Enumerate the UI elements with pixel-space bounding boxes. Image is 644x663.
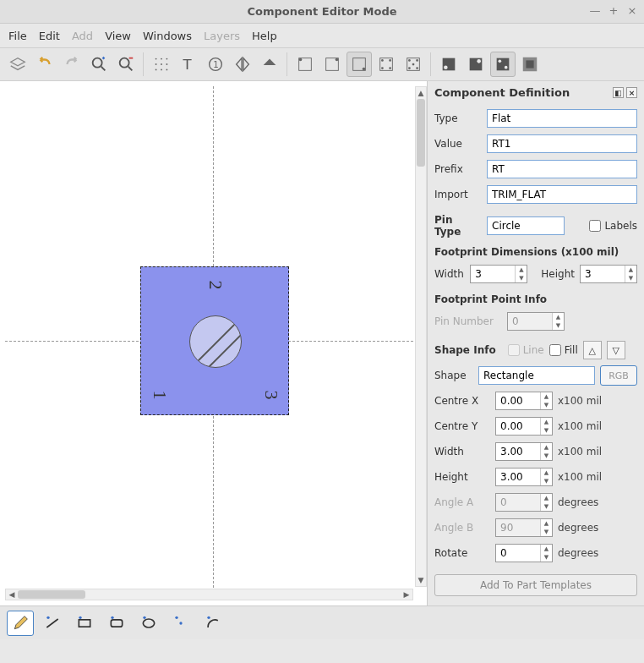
minimize-icon[interactable]: — (588, 3, 602, 17)
zoom-in-icon[interactable] (86, 52, 112, 77)
shape3-icon[interactable] (490, 52, 516, 77)
line-tool-icon[interactable] (39, 611, 66, 636)
pencil-tool-icon[interactable] (7, 611, 34, 636)
pin-number-icon[interactable]: 1 (203, 52, 228, 77)
fd-height-label: Height (541, 268, 575, 280)
rgb-button[interactable]: RGB (600, 365, 637, 386)
menu-add: Add (72, 30, 93, 42)
flip-v-icon[interactable] (257, 52, 282, 77)
unit-label: x100 mil (558, 395, 602, 407)
close-icon[interactable]: × (625, 3, 639, 17)
vertical-scrollbar[interactable]: ▲ ▼ (415, 86, 427, 587)
spin-up-icon[interactable]: ▲ (625, 266, 636, 274)
scroll-up-icon[interactable]: ▲ (416, 87, 426, 99)
centre-y-label: Centre Y (434, 420, 490, 432)
prefix-field[interactable] (487, 160, 637, 178)
ellipse-tool-icon[interactable] (135, 611, 162, 636)
spin-down-icon[interactable]: ▼ (625, 274, 636, 282)
component-center-circle (189, 315, 242, 368)
spin-down-icon[interactable]: ▼ (515, 274, 527, 282)
scroll-right-icon[interactable]: ▶ (401, 589, 412, 600)
flip-h-icon[interactable] (230, 52, 255, 77)
panel-undock-icon[interactable]: ◧ (613, 87, 624, 98)
import-field[interactable] (487, 185, 637, 204)
menu-edit[interactable]: Edit (39, 30, 60, 42)
grid-icon[interactable] (149, 52, 174, 77)
text-icon[interactable]: T (176, 52, 201, 77)
shape-select[interactable]: Rectangle (478, 366, 595, 385)
scroll-left-icon[interactable]: ◀ (6, 589, 18, 600)
angle-a-label: Angle A (434, 496, 490, 508)
shape-label: Shape (434, 370, 473, 381)
unit-label: degrees (558, 522, 598, 534)
rotate-label: Rotate (434, 547, 490, 559)
menu-help[interactable]: Help (252, 30, 277, 42)
scrollbar-thumb[interactable] (417, 99, 425, 167)
scroll-down-icon[interactable]: ▼ (416, 574, 426, 586)
horizontal-scrollbar[interactable]: ◀ ▶ (5, 589, 413, 600)
rotate-field[interactable] (496, 545, 540, 562)
import-label: Import (434, 189, 482, 200)
rect-tool-icon[interactable] (71, 611, 98, 636)
roundrect-tool-icon[interactable] (103, 611, 130, 636)
labels-checkbox[interactable] (589, 220, 601, 232)
point-tool-icon[interactable] (167, 611, 194, 636)
panel-close-icon[interactable]: × (626, 87, 637, 98)
side-panel: Component Definition ◧ × Type Value Pref… (428, 81, 644, 605)
canvas-area[interactable]: 1 2 3 ▲ ▼ ◀ ▶ (0, 81, 428, 605)
pin-type-select[interactable]: Circle (487, 216, 565, 235)
spin-up-icon[interactable]: ▲ (515, 266, 527, 274)
pin-label-3: 3 (260, 391, 282, 400)
value-field[interactable] (487, 134, 637, 153)
snap3-icon[interactable] (347, 52, 372, 77)
triangle-down-icon[interactable]: ▽ (607, 341, 625, 359)
type-label: Type (434, 112, 482, 124)
snap5-icon[interactable] (401, 52, 426, 77)
snap2-icon[interactable] (319, 52, 345, 77)
shape4-icon[interactable] (517, 52, 543, 77)
svg-rect-35 (497, 58, 510, 71)
snap4-icon[interactable] (374, 52, 399, 77)
add-to-templates-button[interactable]: Add To Part Templates (434, 574, 637, 596)
layers-icon[interactable] (5, 52, 30, 77)
shape1-icon[interactable] (436, 52, 461, 77)
svg-point-24 (389, 67, 391, 69)
component-footprint[interactable]: 1 2 3 (140, 266, 289, 415)
labels-checkbox-label: Labels (604, 220, 637, 232)
bottom-toolbar (0, 605, 644, 639)
zoom-out-icon[interactable] (113, 52, 139, 77)
redo-icon[interactable] (59, 52, 85, 77)
svg-point-48 (175, 616, 177, 618)
centre-y-field[interactable] (496, 418, 540, 435)
fill-checkbox[interactable] (549, 344, 561, 356)
svg-point-3 (161, 58, 162, 60)
svg-point-34 (477, 59, 481, 63)
svg-text:1: 1 (213, 60, 218, 69)
shape-width-field[interactable] (496, 443, 540, 460)
spin-down-icon[interactable]: ▼ (552, 321, 564, 330)
triangle-up-icon[interactable]: △ (583, 341, 602, 359)
svg-point-27 (416, 59, 418, 62)
menu-windows[interactable]: Windows (143, 30, 192, 42)
footprint-point-header: Footprint Point Info (434, 293, 637, 305)
shape-height-field[interactable] (496, 468, 540, 485)
menu-view[interactable]: View (105, 30, 131, 42)
spin-up-icon[interactable]: ▲ (552, 313, 564, 321)
svg-point-37 (505, 66, 508, 69)
maximize-icon[interactable]: + (607, 3, 620, 17)
arc-tool-icon[interactable] (199, 611, 226, 636)
menu-file[interactable]: File (8, 30, 27, 42)
shape2-icon[interactable] (463, 52, 488, 77)
snap1-icon[interactable] (292, 52, 318, 77)
centre-x-field[interactable] (496, 392, 540, 409)
svg-rect-43 (111, 619, 122, 626)
pin-number-field (508, 313, 552, 330)
type-field[interactable] (487, 109, 637, 128)
fd-width-field[interactable] (471, 266, 515, 282)
fd-height-field[interactable] (581, 266, 625, 282)
svg-text:T: T (183, 57, 193, 73)
scrollbar-thumb[interactable] (18, 590, 85, 599)
undo-icon[interactable] (32, 52, 57, 77)
angle-a-field (496, 494, 540, 511)
svg-point-32 (444, 65, 448, 69)
